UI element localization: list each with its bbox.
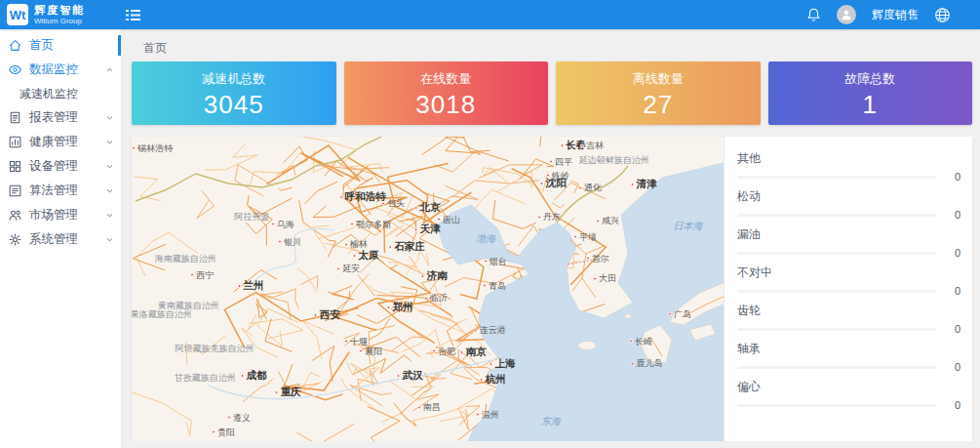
fault-item: 偏心0 [737,380,960,411]
sidebar-item-data-monitor[interactable]: 数据监控 [0,58,121,82]
map-city-label: 黄南藏族自治州 [158,299,219,311]
fault-progress-track [737,366,937,369]
stat-label: 在线数量 [344,70,549,88]
map-city-label: 银川 [278,235,301,248]
monitor-icon [8,62,22,77]
fault-type-panel: 其他0松动0漏油0不对中0齿轮0轴承0偏心0 [724,137,972,441]
user-avatar[interactable] [837,5,856,24]
map-city-label: 阿拉善盟 [234,211,269,224]
map-city-label: 天津 [413,223,440,236]
menu-collapse-icon[interactable] [126,9,140,21]
city-marker-dot [336,266,340,270]
stat-card: 离线数量27 [556,61,761,125]
map-city-label: 西安 [314,308,340,322]
fault-progress-track [737,290,937,293]
map-city-label: 成都 [241,369,267,383]
sidebar-subitem-reducer-monitor[interactable]: 减速机监控 [0,82,121,105]
sidebar-item-health[interactable]: 健康管理 [0,130,121,154]
map-city-label: 烟台 [484,255,507,267]
fault-value: 0 [943,286,960,297]
city-marker-dot [668,312,672,316]
city-marker-dot [593,276,597,280]
sidebar-item-label: 系统管理 [29,231,105,248]
city-marker-dot [212,430,216,434]
map-city-label: 襄阳 [359,345,382,357]
sidebar-item-label: 市场管理 [29,207,105,224]
city-marker-dot [397,374,401,378]
map-city-label: 阿坝藏族羌族自治州 [175,343,254,355]
city-marker-dot [573,235,577,239]
map-city-label: 平壤 [573,230,597,243]
map-city-label: 首尔 [586,252,609,265]
city-marker-dot [437,218,441,222]
sidebar-item-label: 算法管理 [29,183,105,199]
fault-label: 偏心 [737,380,960,394]
city-marker-dot [227,416,231,420]
sidebar-item-label: 首页 [29,37,105,54]
stat-value: 3045 [132,90,336,120]
city-marker-dot [489,362,492,366]
map-city-label: 四平 [549,155,572,168]
city-marker-dot [596,219,600,223]
sidebar-item-label: 报表管理 [29,109,105,126]
map-city-label: 清津 [631,178,657,191]
map-sea-label: 日本海 [674,220,703,233]
sidebar-item-market[interactable]: 市场管理 [0,203,121,227]
city-marker-dot [629,340,633,344]
map-city-label: 郑州 [386,301,412,314]
map-city-label: 鹿儿岛 [631,357,663,370]
stat-value: 27 [556,90,761,120]
health-chart-icon [8,135,22,149]
city-marker-dot [344,242,348,246]
china-map[interactable]: 北京天津呼和浩特长春沈阳太原石家庄济南西安郑州武汉南京杭州上海成都重庆兰州清津吉… [132,137,724,441]
city-marker-dot [314,313,318,317]
sidebar-item-system[interactable]: 系统管理 [0,227,121,252]
sidebar-item-label: 健康管理 [29,134,105,150]
stat-card: 在线数量3018 [344,61,549,125]
map-city-label: 太原 [352,249,378,263]
notification-bell-icon[interactable] [806,7,821,22]
username-label[interactable]: 辉度销售 [872,7,919,23]
city-marker-dot [275,390,279,394]
city-marker-dot [413,227,417,231]
city-marker-dot [586,257,590,261]
map-city-label: 海南藏族自治州 [155,253,216,265]
stat-value: 3018 [344,90,549,120]
sidebar-item-device[interactable]: 设备管理 [0,154,121,179]
stat-card: 故障总数1 [768,61,973,125]
city-marker-dot [540,182,544,185]
map-city-label: 延安 [336,263,360,275]
stat-label: 故障总数 [768,70,973,88]
device-icon [8,159,22,174]
language-globe-icon[interactable] [934,7,951,23]
brand-name-cn: 辉度智能 [34,5,85,16]
fault-item: 轴承0 [737,342,960,373]
fault-progress-track [737,404,937,407]
city-marker-dot [238,284,242,288]
map-city-label: 兰州 [238,279,264,293]
algorithm-icon [8,183,22,198]
stats-row: 减速机总数3045在线数量3018离线数量27故障总数1 [132,61,972,125]
map-city-label: 南昌 [417,401,441,414]
sidebar-item-home[interactable]: 首页 [0,33,121,58]
map-city-label: 杭州 [480,373,506,387]
report-icon [8,110,22,125]
city-marker-dot [413,206,417,210]
chevron-down-icon [105,235,115,244]
city-marker-dot [344,340,348,344]
map-city-label: 广岛 [668,307,691,320]
map-city-label: 丹东 [537,211,561,224]
sidebar-item-algorithm[interactable]: 算法管理 [0,179,121,203]
city-marker-dot [484,260,488,264]
map-city-label: 榆林 [344,238,368,251]
brand-logo[interactable]: Wt 辉度智能 Witium Group [0,4,122,25]
city-marker-dot [421,274,425,278]
fault-value: 0 [943,210,960,221]
city-marker-dot [476,413,480,417]
city-marker-dot [352,254,356,258]
map-city-label: 温州 [476,408,499,421]
city-marker-dot [460,350,464,354]
sidebar-item-report[interactable]: 报表管理 [0,105,121,130]
city-marker-dot [549,160,553,164]
chevron-down-icon [105,186,115,195]
